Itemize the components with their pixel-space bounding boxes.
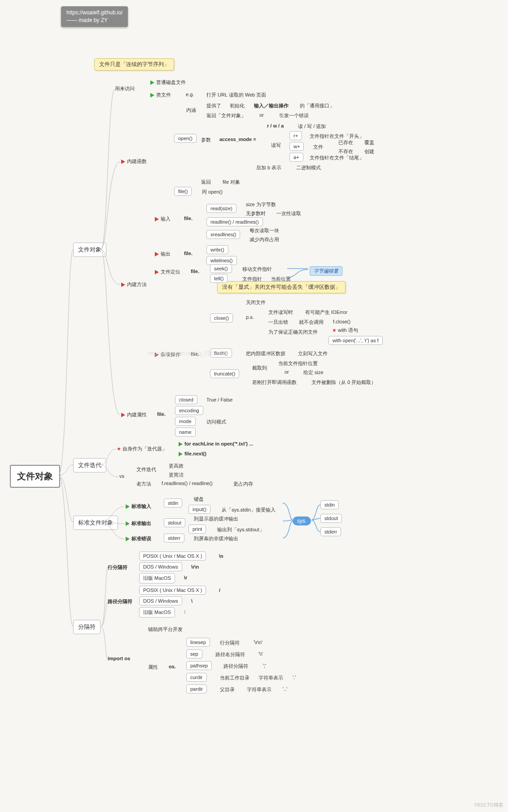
cat-sep: 分隔符 [73,620,101,634]
n-access: 用来访问 [115,85,135,92]
flag-icon [121,159,125,164]
cat-iter: 文件迭代 [73,458,106,472]
root-node: 文件对象 [10,465,60,488]
cat-fileobj: 文件对象 [73,243,106,257]
cto-watermark: ©51CTO博客 [474,802,504,808]
sys-label: sys. [293,516,311,525]
note-sequence: 文件只是「连续的字节序列」 [94,58,174,71]
n-access-1: 普通磁盘文件 [150,79,186,86]
n-builtin-fn: 内建函数 [121,158,147,165]
mindmap-canvas: https://woaielf.github.io/—— made by ZY … [0,0,508,812]
flag-icon [150,80,154,85]
header-url: https://woaielf.github.io/—— made by ZY [61,6,128,27]
note-close: 没有「显式」关闭文件可能会丢失「缓冲区数据」 [217,281,346,293]
csdn-watermark: http://blog.csdn.net/qq_31821675 [148,350,228,357]
label-byteoffset: 字节偏移量 [310,266,342,276]
n-access-2: 类文件 [150,92,171,98]
flag-icon [121,282,125,287]
flag-icon [150,93,154,97]
cat-stdfile: 标准文件对象 [73,516,118,530]
n-builtin-method: 内建方法 [121,281,147,288]
